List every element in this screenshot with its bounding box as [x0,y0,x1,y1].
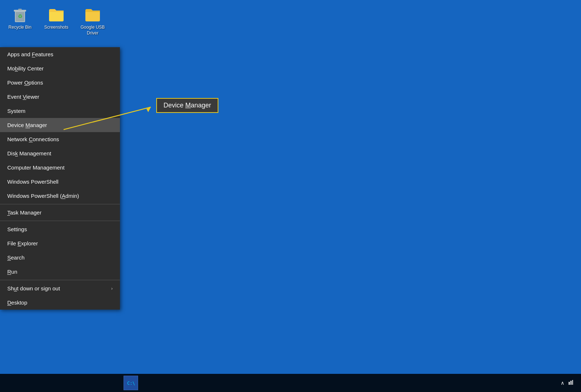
google-usb-driver-icon[interactable]: Google USB Driver [76,4,109,38]
menu-item-task-manager[interactable]: Task Manager [0,205,120,220]
menu-item-computer-management[interactable]: Computer Management [0,160,120,175]
menu-item-windows-powershell[interactable]: Windows PowerShell [0,175,120,189]
svg-rect-10 [570,381,572,385]
svg-text:C:\: C:\ [127,381,135,386]
menu-item-search[interactable]: Search [0,250,120,265]
recycle-bin-icon[interactable]: ♻ Recycle Bin [4,4,36,38]
svg-rect-9 [569,382,570,385]
menu-item-event-viewer[interactable]: Event Viewer [0,90,120,104]
svg-rect-11 [572,380,573,385]
menu-item-shut-down[interactable]: Shut down or sign out › [0,281,120,295]
menu-item-file-explorer[interactable]: File Explorer [0,236,120,250]
taskbar: C:\ ∧ [0,374,581,392]
desktop: ♻ Recycle Bin Screenshots [0,0,581,392]
tray-chevron-icon[interactable]: ∧ [561,380,564,386]
menu-item-apps-features[interactable]: Apps and Features [0,47,120,61]
screenshots-label: Screenshots [44,25,69,30]
menu-item-disk-management[interactable]: Disk Management [0,146,120,160]
menu-item-run[interactable]: Run [0,265,120,279]
desktop-icons: ♻ Recycle Bin Screenshots [4,4,109,38]
taskbar-terminal-icon[interactable]: C:\ [124,376,138,390]
taskbar-tray: ∧ [557,378,577,388]
menu-item-windows-powershell-admin[interactable]: Windows PowerShell (Admin) [0,189,120,203]
menu-divider-2 [0,221,120,221]
screenshots-icon[interactable]: Screenshots [40,4,73,38]
menu-item-desktop[interactable]: Desktop [0,295,120,310]
menu-item-power-options[interactable]: Power Options [0,75,120,90]
menu-divider-1 [0,204,120,204]
svg-rect-3 [18,9,22,10]
tooltip-label: Device Manager [164,102,211,109]
menu-item-network-connections[interactable]: Network Connections [0,132,120,146]
tray-network-icon[interactable] [568,380,574,387]
menu-item-settings[interactable]: Settings [0,222,120,236]
menu-divider-3 [0,280,120,280]
submenu-arrow-icon: › [111,286,113,291]
google-usb-driver-label: Google USB Driver [78,25,107,36]
svg-text:♻: ♻ [18,13,23,19]
recycle-bin-label: Recycle Bin [8,25,31,30]
menu-item-mobility-center[interactable]: Mobility Center [0,61,120,75]
svg-line-5 [64,107,151,130]
context-menu: Apps and Features Mobility Center Power … [0,47,120,310]
annotation-arrow [64,103,160,132]
tooltip-box: Device Manager [156,98,218,113]
